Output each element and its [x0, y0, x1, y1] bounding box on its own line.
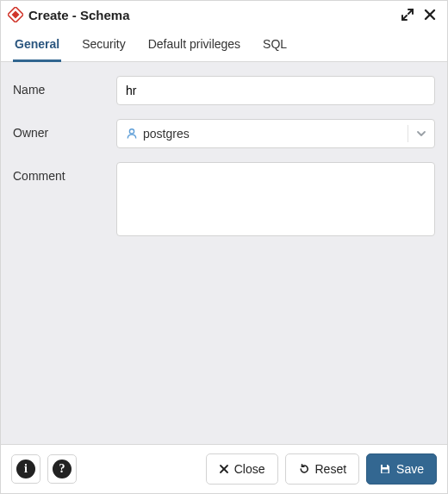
row-name: Name: [13, 76, 435, 105]
chevron-down-icon: [408, 128, 434, 139]
svg-point-2: [129, 129, 134, 134]
x-icon: [219, 464, 229, 474]
expand-icon[interactable]: [399, 6, 416, 23]
tab-panel-general: Name Owner postgres: [1, 62, 447, 444]
close-button-label: Close: [234, 462, 265, 476]
svg-rect-4: [383, 470, 389, 473]
schema-icon: [8, 7, 23, 22]
svg-rect-1: [11, 10, 19, 18]
close-icon[interactable]: [421, 6, 439, 23]
comment-label: Comment: [13, 162, 116, 183]
reset-button[interactable]: Reset: [285, 453, 360, 485]
dialog-footer: i ? Close Reset Save: [1, 444, 447, 493]
help-button[interactable]: ?: [47, 454, 77, 484]
name-input[interactable]: [116, 76, 435, 105]
user-icon: [126, 128, 138, 140]
reset-icon: [298, 463, 310, 475]
comment-input[interactable]: [116, 162, 435, 236]
info-button[interactable]: i: [11, 454, 40, 484]
reset-button-label: Reset: [315, 462, 347, 476]
svg-rect-3: [383, 465, 387, 467]
row-owner: Owner postgres: [13, 119, 435, 148]
tab-bar: General Security Default privileges SQL: [1, 28, 447, 62]
save-button[interactable]: Save: [366, 453, 437, 485]
row-comment: Comment: [13, 162, 435, 239]
tab-sql[interactable]: SQL: [261, 28, 289, 62]
save-icon: [379, 463, 391, 475]
help-icon: ?: [53, 460, 72, 478]
tab-general[interactable]: General: [13, 28, 61, 62]
tab-default-privileges[interactable]: Default privileges: [146, 28, 242, 62]
close-button[interactable]: Close: [206, 453, 278, 485]
owner-label: Owner: [13, 119, 116, 140]
create-schema-dialog: Create - Schema General Security Default…: [0, 0, 448, 494]
dialog-title: Create - Schema: [28, 8, 394, 22]
tab-security[interactable]: Security: [80, 28, 128, 62]
name-label: Name: [13, 76, 116, 97]
owner-value: postgres: [143, 127, 408, 141]
titlebar: Create - Schema: [1, 1, 447, 27]
info-icon: i: [16, 460, 35, 478]
owner-select[interactable]: postgres: [116, 119, 435, 148]
save-button-label: Save: [396, 462, 424, 476]
